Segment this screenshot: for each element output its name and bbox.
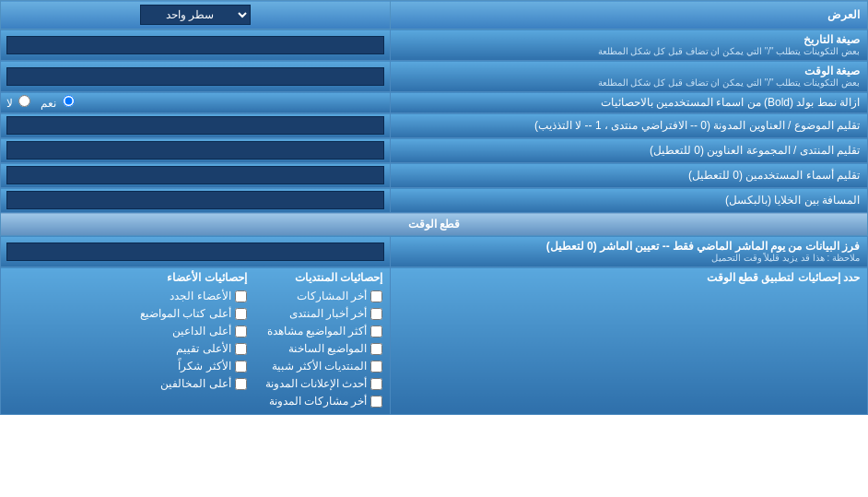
gap-input-cell: 2 <box>1 188 391 213</box>
cb-top-inviters[interactable] <box>235 325 247 337</box>
cb-top-writers[interactable] <box>235 308 247 320</box>
cutoff-note: ملاحظة : هذا قد يزيد قليلاً وقت التحميل <box>398 253 860 263</box>
checkbox-item: الأعلى تقييم <box>140 342 247 355</box>
radio-yes-label: نعم <box>41 95 76 110</box>
time-format-input-cell: H:i <box>1 61 391 92</box>
checkbox-item: أحدث الإعلانات المدونة <box>265 377 383 390</box>
cutoff-title: فرز البيانات من يوم الماشر الماضي فقط --… <box>398 240 860 253</box>
cb-new-members[interactable] <box>235 290 247 302</box>
limit-label: حدد إحصائيات لتطبيق قطع الوقت <box>391 267 868 415</box>
checkbox-item: أخر مشاركات المدونة <box>265 395 383 408</box>
time-format-title: صيغة الوقت <box>398 65 860 77</box>
date-format-input[interactable]: d-m <box>6 36 384 54</box>
forum-trim-label: تقليم المنتدى / المجموعة العناوين (0 للت… <box>391 138 868 163</box>
checkbox-item: الأكثر شكراً <box>140 360 247 373</box>
gap-label: المسافة بين الخلايا (بالبكسل) <box>391 188 868 213</box>
date-format-title: صيغة التاريخ <box>398 33 860 46</box>
checkboxes-cell: إحصائيات المنتديات أخر المشاركات أخر أخب… <box>1 267 391 415</box>
cb-forum-news[interactable] <box>370 308 382 320</box>
forum-trim-input-cell: 33 <box>1 138 391 163</box>
date-format-label: صيغة التاريخ بعض التكوينات يتطلب "/" الت… <box>391 30 868 61</box>
forum-stats-col: إحصائيات المنتديات أخر المشاركات أخر أخب… <box>265 271 383 410</box>
checkbox-item: أخر أخبار المنتدى <box>265 307 383 320</box>
checkbox-item: المواضيع الساخنة <box>265 342 383 355</box>
topics-trim-input[interactable]: 33 <box>6 116 384 135</box>
radio-no-label: لا <box>6 95 33 110</box>
date-format-input-cell: d-m <box>1 30 391 61</box>
date-format-note: بعض التكوينات يتطلب "/" التي يمكن ان تضا… <box>398 46 860 56</box>
checkbox-item: الأعضاء الجدد <box>140 290 247 302</box>
cutoff-label: فرز البيانات من يوم الماشر الماضي فقط --… <box>391 236 868 267</box>
users-trim-input-cell: 0 <box>1 163 391 188</box>
single-line-select[interactable]: سطر واحد <box>140 5 251 25</box>
users-trim-input[interactable]: 0 <box>6 166 384 184</box>
radio-yes[interactable] <box>63 95 75 107</box>
topics-trim-input-cell: 33 <box>1 113 391 138</box>
member-stats-header: إحصائيات الأعضاء <box>140 271 247 284</box>
checkbox-item: أعلى الداعين <box>140 325 247 337</box>
checkbox-item: المنتديات الأكثر شبية <box>265 360 383 373</box>
time-format-input[interactable]: H:i <box>6 67 384 86</box>
checkbox-item: أعلى المخالفين <box>140 377 247 390</box>
time-format-note: بعض التكوينات يتطلب "/" التي يمكن ان تضا… <box>398 77 860 88</box>
time-format-label: صيغة الوقت بعض التكوينات يتطلب "/" التي … <box>391 61 868 92</box>
forum-stats-header: إحصائيات المنتديات <box>265 271 383 284</box>
forum-trim-input[interactable]: 33 <box>6 141 384 160</box>
gap-input[interactable]: 2 <box>6 191 384 209</box>
radio-no[interactable] <box>18 95 30 107</box>
bold-radio-cell: نعم لا <box>1 92 391 113</box>
users-trim-label: تقليم أسماء المستخدمين (0 للتعطيل) <box>391 163 868 188</box>
checkbox-item: أكثر المواضيع مشاهدة <box>265 325 383 337</box>
cb-hot-topics[interactable] <box>370 343 382 355</box>
cb-most-thanked[interactable] <box>235 361 247 373</box>
cb-blog-posts[interactable] <box>370 396 382 408</box>
cb-most-viewed[interactable] <box>370 325 382 337</box>
cb-latest-ads[interactable] <box>370 378 382 390</box>
member-stats-col: إحصائيات الأعضاء الأعضاء الجدد أعلى كتاب… <box>140 271 247 410</box>
cutoff-input-cell: 0 <box>1 236 391 267</box>
checkbox-item: أخر المشاركات <box>265 290 383 302</box>
cb-top-violators[interactable] <box>235 378 247 390</box>
display-label: العرض <box>391 1 868 30</box>
cb-popular-forums[interactable] <box>370 361 382 373</box>
cb-top-rated[interactable] <box>235 343 247 355</box>
cutoff-section-header: قطع الوقت <box>1 213 868 236</box>
single-line-cell: سطر واحد <box>1 1 391 30</box>
cb-latest-posts[interactable] <box>370 290 382 302</box>
checkbox-item: أعلى كتاب المواضيع <box>140 307 247 320</box>
cutoff-input[interactable]: 0 <box>6 243 384 261</box>
bold-label: ازالة نمط بولد (Bold) من اسماء المستخدمي… <box>391 92 868 113</box>
topics-trim-label: تقليم الموضوع / العناوين المدونة (0 -- ا… <box>391 113 868 138</box>
